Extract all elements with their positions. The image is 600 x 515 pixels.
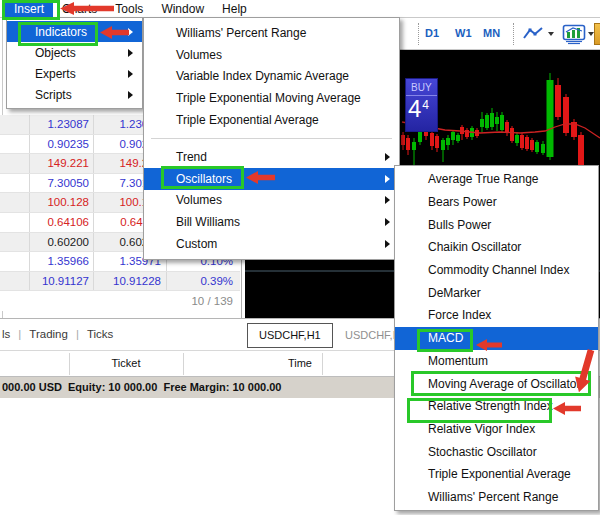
cell-bid: 0.60200 — [30, 233, 94, 252]
annotation-box-insert — [2, 0, 60, 20]
line-chart-icon[interactable] — [522, 24, 544, 48]
menu-item-variable-index-dynamic-average[interactable]: Variable Index Dynamic Average — [144, 66, 399, 88]
menu-item-trend[interactable]: Trend — [144, 146, 399, 168]
menu-item-momentum[interactable]: Momentum — [395, 350, 598, 373]
menu-item-triple-exponential-average[interactable]: Triple Exponential Average — [395, 463, 598, 486]
menu-item-label: Relative Vigor Index — [428, 422, 535, 436]
one-click-buy-button[interactable]: BUY 44 — [405, 78, 438, 132]
annotation-box-relative-strength-index — [407, 398, 552, 423]
cell-sym — [0, 272, 30, 291]
menu-item-chaikin-oscillator[interactable]: Chaikin Oscillator — [395, 236, 598, 259]
menu-item-label: Triple Exponential Average — [428, 467, 571, 481]
menu-item-label: Momentum — [428, 354, 488, 368]
cell-bid: 149.221 — [30, 154, 94, 173]
column-header-time[interactable]: Time — [183, 357, 317, 369]
mt5-window: InsertChartsToolsWindowHelp D1 W1 MN — [0, 0, 600, 515]
menu-item-williams-percent-range[interactable]: Williams' Percent Range — [144, 22, 399, 44]
menu-item-triple-exponential-average[interactable]: Triple Exponential Average — [144, 109, 399, 131]
menu-item-triple-exponential-moving-average[interactable]: Triple Exponential Moving Average — [144, 87, 399, 109]
submenu-arrow-icon — [128, 49, 133, 57]
menu-item-label: Force Index — [428, 308, 491, 322]
annotation-box-oscillators — [161, 166, 244, 189]
menu-item-label: Volumes — [176, 48, 222, 62]
timeframe-mn-button[interactable]: MN — [483, 27, 500, 39]
tab-separator: | — [18, 328, 21, 340]
menu-item-label: Chaikin Oscillator — [428, 240, 521, 254]
clipped-toolbar-icon[interactable] — [594, 23, 600, 45]
menu-item-label: Williams' Percent Range — [176, 26, 306, 40]
menu-item-williams-percent-range[interactable]: Williams' Percent Range — [395, 486, 598, 509]
menu-item-label: Commodity Channel Index — [428, 263, 569, 277]
menu-item-label: Bears Power — [428, 195, 497, 209]
annotation-arrow-relative-strength-index — [553, 402, 581, 415]
menu-item-label: Stochastic Oscillator — [428, 445, 537, 459]
menu-item-label: Custom — [176, 237, 217, 251]
toolbox-tab-trading[interactable]: Trading — [29, 328, 68, 340]
submenu-arrow-icon — [128, 91, 133, 99]
menu-item-bears-power[interactable]: Bears Power — [395, 191, 598, 214]
menu-item-label: Triple Exponential Moving Average — [176, 91, 361, 105]
menu-item-label: Scripts — [35, 88, 72, 102]
menu-item-label: Volumes — [176, 193, 222, 207]
cell-bid: 100.128 — [30, 193, 94, 212]
toolbar-separator — [513, 23, 514, 45]
submenu-arrow-icon — [128, 70, 133, 78]
indicators-dialog-icon[interactable] — [562, 24, 586, 49]
menu-item-label: Triple Exponential Average — [176, 113, 319, 127]
cell-bid: 0.64106 — [30, 213, 94, 232]
menubar-item-help[interactable]: Help — [213, 0, 256, 17]
menu-item-demarker[interactable]: DeMarker — [395, 281, 598, 304]
chart-tab-usdchf-h1[interactable]: USDCHF,H1 — [247, 323, 333, 348]
cell-sym — [0, 135, 30, 154]
menu-item-bill-williams[interactable]: Bill Williams — [144, 211, 399, 233]
annotation-box-indicators — [18, 22, 98, 46]
annotation-arrow-macd — [476, 339, 502, 351]
market-watch-tabs: ls|Trading|Ticks — [2, 328, 113, 340]
menu-item-average-true-range[interactable]: Average True Range — [395, 168, 598, 191]
menu-item-label: Average True Range — [428, 172, 539, 186]
menu-item-force-index[interactable]: Force Index — [395, 304, 598, 327]
menu-item-label: Williams' Percent Range — [428, 490, 558, 504]
annotation-box-moving-average-of-oscillator — [411, 371, 591, 396]
toolbox-tab-ticks[interactable]: Ticks — [87, 328, 113, 340]
timeframe-w1-button[interactable]: W1 — [455, 27, 472, 39]
menu-item-bulls-power[interactable]: Bulls Power — [395, 213, 598, 236]
column-divider — [322, 353, 323, 375]
menu-item-custom[interactable]: Custom — [144, 233, 399, 255]
menu-item-commodity-channel-index[interactable]: Commodity Channel Index — [395, 259, 598, 282]
menu-item-label: Bulls Power — [428, 218, 491, 232]
menu-item-scripts[interactable]: Scripts — [7, 84, 142, 105]
toolbar-separator — [418, 23, 419, 45]
menu-item-label: Trend — [176, 150, 207, 164]
menu-item-stochastic-oscillator[interactable]: Stochastic Oscillator — [395, 440, 598, 463]
menu-item-experts[interactable]: Experts — [7, 63, 142, 84]
column-header-ticket[interactable]: Ticket — [70, 357, 182, 369]
dropdown-caret-icon[interactable] — [548, 32, 554, 36]
menu-item-label: Objects — [35, 46, 76, 60]
cell-sym — [0, 174, 30, 193]
indicators-submenu: Williams' Percent RangeVolumesVariable I… — [143, 17, 400, 260]
cell-pct: 0.39% — [167, 275, 240, 287]
cell-bid: 7.30050 — [30, 174, 94, 193]
buy-label: BUY — [406, 79, 437, 96]
cell-sym — [0, 252, 30, 271]
submenu-arrow-icon — [385, 153, 390, 161]
annotation-arrow-insert — [60, 2, 114, 15]
menu-item-label: Bill Williams — [176, 215, 240, 229]
timeframe-d1-button[interactable]: D1 — [425, 27, 439, 39]
menu-item-volumes[interactable]: Volumes — [144, 44, 399, 66]
submenu-arrow-icon — [385, 240, 390, 248]
menubar-item-window[interactable]: Window — [152, 0, 213, 17]
toolbox-tab-ls[interactable]: ls — [2, 328, 10, 340]
cell-sym — [0, 193, 30, 212]
annotation-box-macd — [417, 329, 473, 352]
cell-bid: 1.23087 — [30, 115, 94, 134]
cell-sym — [0, 233, 30, 252]
tab-separator: | — [76, 328, 79, 340]
market-watch-row[interactable]: 10.9112710.912280.39% — [0, 272, 240, 292]
menu-separator — [151, 138, 392, 139]
menu-item-volumes[interactable]: Volumes — [144, 190, 399, 212]
chart-tab-usdchf-inactive[interactable]: USDCHF,H — [345, 329, 401, 341]
cell-sym — [0, 115, 30, 134]
submenu-arrow-icon — [385, 218, 390, 226]
